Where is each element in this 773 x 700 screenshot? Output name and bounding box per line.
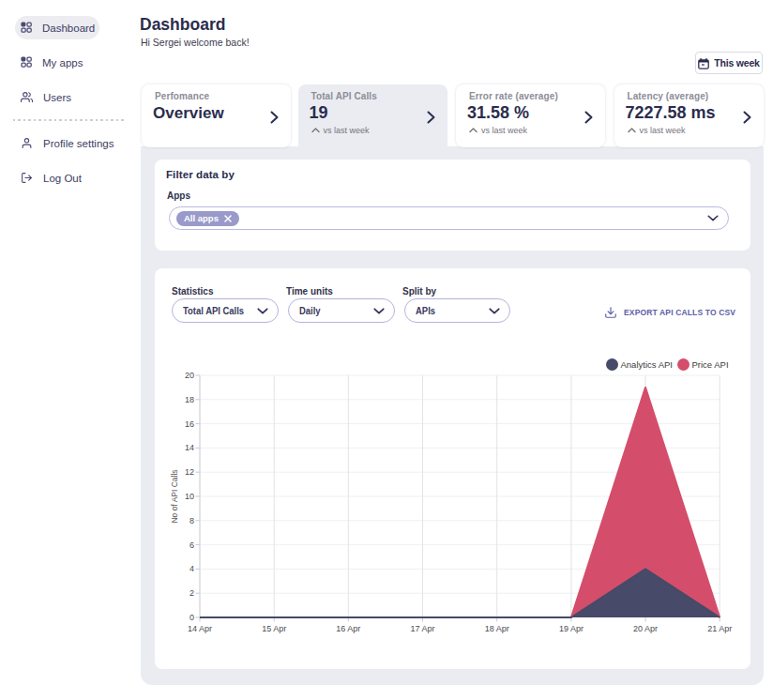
svg-text:12: 12 [185,467,194,477]
svg-text:17 Apr: 17 Apr [410,624,434,633]
svg-text:15 Apr: 15 Apr [262,624,286,633]
svg-text:10: 10 [185,492,194,501]
svg-text:14: 14 [185,443,194,452]
svg-text:6: 6 [189,540,194,550]
svg-text:18 Apr: 18 Apr [485,624,509,633]
svg-text:14 Apr: 14 Apr [188,624,212,633]
svg-text:8: 8 [189,516,194,525]
svg-text:No of API Calls: No of API Calls [170,469,179,523]
svg-text:16 Apr: 16 Apr [336,624,360,633]
svg-text:2: 2 [189,588,194,598]
svg-text:20 Apr: 20 Apr [633,624,658,633]
svg-text:20: 20 [185,371,194,380]
svg-text:4: 4 [189,564,194,573]
svg-text:19 Apr: 19 Apr [559,624,584,633]
svg-text:16: 16 [185,419,194,429]
svg-text:18: 18 [185,395,194,404]
svg-text:0: 0 [189,613,194,622]
svg-text:21 Apr: 21 Apr [707,624,732,633]
